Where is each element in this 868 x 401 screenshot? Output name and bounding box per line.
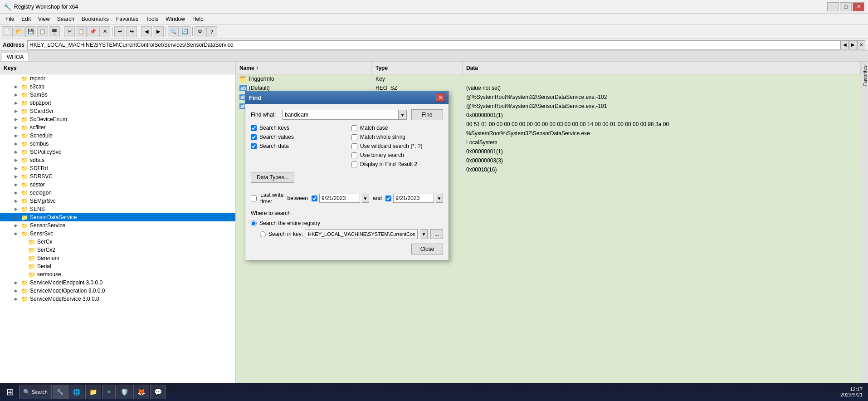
- menu-search[interactable]: Search: [54, 15, 78, 23]
- tree-item[interactable]: ▶📁SDRSVC: [0, 172, 235, 181]
- find-button-dialog[interactable]: Find: [411, 109, 443, 120]
- menu-bookmarks[interactable]: Bookmarks: [78, 15, 112, 23]
- back-button[interactable]: ◀: [141, 26, 152, 37]
- taskbar-app7[interactable]: 💬: [150, 385, 166, 399]
- taskbar-app2[interactable]: 🌐: [68, 385, 84, 399]
- tree-item[interactable]: ▶📁SamSs: [0, 91, 235, 99]
- checkbox-use-binary-input[interactable]: [351, 152, 357, 158]
- date1-checkbox[interactable]: [312, 196, 317, 201]
- tree-item[interactable]: ▶📁seclogon: [0, 189, 235, 197]
- options-button[interactable]: ⚙: [195, 26, 205, 37]
- data-types-button[interactable]: Data Types...: [251, 172, 294, 183]
- menu-help[interactable]: Help: [189, 15, 207, 23]
- forward-button[interactable]: ▶: [153, 26, 164, 37]
- toolbar-btn5[interactable]: 🖥️: [49, 26, 60, 37]
- refresh-button[interactable]: 🔄: [180, 26, 190, 37]
- last-write-checkbox[interactable]: [251, 196, 257, 201]
- dialog-close-icon[interactable]: ✕: [436, 93, 445, 102]
- date2-input[interactable]: [393, 194, 434, 203]
- taskbar-app6[interactable]: 🦊: [133, 385, 149, 399]
- tree-item[interactable]: ▶📁ServiceModelOperation 3.0.0.0: [0, 287, 235, 295]
- checkbox-match-whole-string[interactable]: Match whole string: [351, 134, 443, 140]
- checkbox-search-keys-input[interactable]: [251, 125, 257, 131]
- tree-item[interactable]: ▶📁SensorDataService: [0, 213, 235, 221]
- redo-button[interactable]: ↪: [126, 26, 137, 37]
- cut-button[interactable]: ✂: [64, 26, 75, 37]
- menu-edit[interactable]: Edit: [18, 15, 34, 23]
- taskbar-app3[interactable]: 📁: [85, 385, 101, 399]
- checkbox-match-whole-string-input[interactable]: [351, 134, 357, 140]
- tree-item[interactable]: ▶📁SCardSvr: [0, 107, 235, 115]
- tree-item[interactable]: 📁rspndr: [0, 74, 235, 83]
- tree-item[interactable]: ▶📁SensrSvc: [0, 230, 235, 238]
- address-nav-close[interactable]: ✕: [857, 40, 865, 49]
- address-nav-forward[interactable]: ▶: [849, 40, 857, 49]
- taskbar-start[interactable]: ⊞: [2, 384, 18, 400]
- checkbox-use-wildcard-input[interactable]: [351, 143, 357, 149]
- tree-item[interactable]: ▶📁ServiceModelEndpoint 3.0.0.0: [0, 279, 235, 287]
- tree-item[interactable]: ▶📁s3cap: [0, 83, 235, 91]
- key-path-input[interactable]: [306, 229, 418, 239]
- date2-checkbox[interactable]: [385, 196, 391, 201]
- checkbox-match-case[interactable]: Match case: [351, 125, 443, 131]
- address-input[interactable]: [27, 40, 841, 49]
- menu-favorites[interactable]: Favorites: [112, 15, 142, 23]
- checkbox-use-binary[interactable]: Use binary search: [351, 152, 443, 158]
- tree-item[interactable]: ▶📁ServiceModelService 3.0.0.0: [0, 295, 235, 303]
- checkbox-search-values[interactable]: Search values: [251, 134, 342, 140]
- tree-item[interactable]: ▶📁Schedule: [0, 132, 235, 140]
- date1-input[interactable]: [319, 194, 360, 203]
- save-button[interactable]: 💾: [25, 26, 36, 37]
- date2-dropdown[interactable]: ▼: [436, 194, 443, 203]
- undo-button[interactable]: ↩: [114, 26, 125, 37]
- tree-item[interactable]: 📁Serenum: [0, 254, 235, 262]
- open-button[interactable]: 📂: [14, 26, 24, 37]
- tree-item[interactable]: ▶📁sbp2port: [0, 99, 235, 107]
- checkbox-use-wildcard[interactable]: Use wildcard search (*, ?): [351, 143, 443, 149]
- favorites-label[interactable]: Favorites: [862, 62, 868, 89]
- menu-tools[interactable]: Tools: [142, 15, 162, 23]
- tree-item[interactable]: ▶📁sdstor: [0, 181, 235, 189]
- tree-item[interactable]: ▶📁SCPolicySvc: [0, 148, 235, 156]
- close-button[interactable]: ✕: [853, 2, 864, 11]
- tree-item[interactable]: 📁sermouse: [0, 270, 235, 279]
- date1-dropdown[interactable]: ▼: [362, 194, 369, 203]
- new-button[interactable]: 📄: [2, 26, 13, 37]
- find-button[interactable]: 🔍: [168, 26, 179, 37]
- taskbar-app-search[interactable]: 🔍 Search: [19, 385, 52, 399]
- delete-button[interactable]: ✕: [99, 26, 110, 37]
- tree-item[interactable]: ▶📁sdbus: [0, 156, 235, 164]
- help-btn[interactable]: ?: [206, 26, 217, 37]
- checkbox-match-case-input[interactable]: [351, 125, 357, 131]
- checkbox-display-find-input[interactable]: [351, 161, 357, 167]
- tree-item[interactable]: 📁SerCx2: [0, 246, 235, 254]
- tree-item[interactable]: ▶📁SENS: [0, 205, 235, 213]
- maximize-button[interactable]: □: [840, 2, 852, 11]
- tree-item[interactable]: ▶📁SEMgrSvc: [0, 197, 235, 205]
- copy-button[interactable]: 📋: [76, 26, 87, 37]
- address-nav-back[interactable]: ◀: [841, 40, 849, 49]
- menu-window[interactable]: Window: [162, 15, 189, 23]
- checkbox-display-find[interactable]: Display in Find Result 2: [351, 161, 443, 167]
- col-header-name[interactable]: Name ↑: [236, 62, 372, 74]
- browse-button[interactable]: ...: [430, 229, 443, 239]
- tree-item[interactable]: ▶📁SDFRd: [0, 164, 235, 172]
- menu-view[interactable]: View: [34, 15, 54, 23]
- tree-item[interactable]: ▶📁scfilter: [0, 123, 235, 132]
- checkbox-search-values-input[interactable]: [251, 134, 257, 140]
- radio-entire-registry[interactable]: Search the entire registry: [251, 220, 443, 226]
- tree-item[interactable]: ▶📁ScDeviceEnum: [0, 115, 235, 123]
- paste-button[interactable]: 📌: [88, 26, 98, 37]
- taskbar-app5[interactable]: 🛡️: [117, 385, 132, 399]
- find-what-input[interactable]: [283, 110, 399, 120]
- tree-item[interactable]: 📁Serial: [0, 262, 235, 270]
- radio-key-input[interactable]: [260, 231, 266, 237]
- tree-item[interactable]: ▶📁scmbus: [0, 140, 235, 148]
- checkbox-search-data[interactable]: Search data: [251, 143, 342, 149]
- col-header-data[interactable]: Data: [463, 62, 861, 74]
- taskbar-app-registry[interactable]: 🔧: [53, 385, 68, 399]
- radio-entire-registry-input[interactable]: [251, 220, 257, 226]
- minimize-button[interactable]: ─: [827, 2, 839, 11]
- table-row[interactable]: 🗂️TriggerInfo Key: [236, 74, 861, 83]
- menu-file[interactable]: File: [2, 15, 18, 23]
